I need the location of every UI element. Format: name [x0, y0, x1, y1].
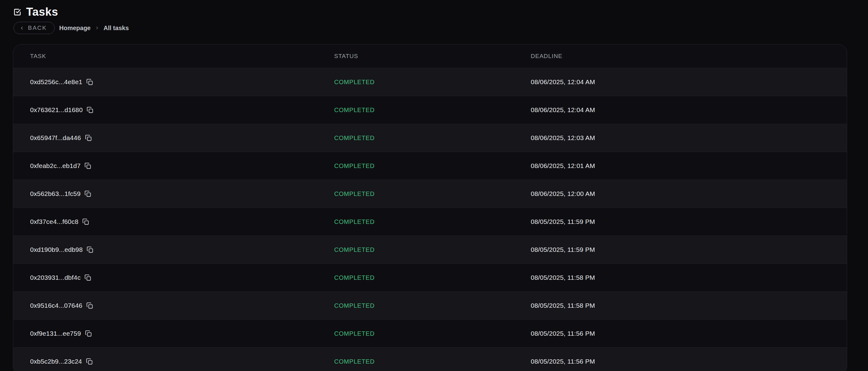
task-cell: 0xfeab2c...eb1d7 [30, 162, 334, 169]
status-label: COMPLETED [334, 79, 375, 85]
deadline-label: 08/05/2025, 11:58 PM [531, 274, 595, 281]
table-row[interactable]: 0xd5256c...4e8e1 COMPLETED 08/06/2025, 1… [13, 68, 847, 96]
deadline-label: 08/06/2025, 12:04 AM [531, 106, 595, 113]
deadline-label: 08/05/2025, 11:59 PM [531, 246, 595, 253]
deadline-cell: 08/05/2025, 11:56 PM [531, 358, 847, 365]
task-id: 0xfeab2c...eb1d7 [30, 162, 81, 169]
deadline-label: 08/06/2025, 12:03 AM [531, 134, 595, 141]
copy-icon[interactable] [82, 218, 89, 225]
task-id: 0x763621...d1680 [30, 106, 83, 114]
task-id: 0x203931...dbf4c [30, 274, 81, 281]
status-cell: COMPLETED [334, 274, 531, 281]
nav-row: BACK Homepage All tasks [13, 22, 129, 34]
task-id: 0x9516c4...07646 [30, 302, 82, 309]
task-cell: 0x562b63...1fc59 [30, 190, 334, 197]
status-label: COMPLETED [334, 274, 375, 281]
status-label: COMPLETED [334, 218, 375, 225]
task-id: 0xf9e131...ee759 [30, 330, 81, 337]
deadline-cell: 08/06/2025, 12:04 AM [531, 106, 847, 114]
deadline-label: 08/06/2025, 12:01 AM [531, 162, 595, 169]
back-button[interactable]: BACK [13, 22, 55, 34]
page-header: Tasks [13, 5, 58, 19]
deadline-label: 08/05/2025, 11:58 PM [531, 302, 595, 309]
breadcrumb: Homepage All tasks [59, 25, 129, 32]
task-cell: 0x763621...d1680 [30, 106, 334, 114]
copy-icon[interactable] [86, 302, 93, 309]
column-header-deadline: DEADLINE [531, 53, 847, 60]
status-cell: COMPLETED [334, 106, 531, 114]
status-cell: COMPLETED [334, 190, 531, 197]
status-cell: COMPLETED [334, 134, 531, 142]
deadline-cell: 08/06/2025, 12:04 AM [531, 78, 847, 86]
task-id: 0xf37ce4...f60c8 [30, 218, 78, 225]
copy-icon[interactable] [85, 274, 91, 281]
status-cell: COMPLETED [334, 246, 531, 253]
table-row[interactable]: 0x65947f...da446 COMPLETED 08/06/2025, 1… [13, 124, 847, 152]
copy-icon[interactable] [85, 162, 91, 169]
copy-icon[interactable] [86, 79, 93, 85]
copy-icon[interactable] [86, 358, 93, 365]
copy-icon[interactable] [85, 134, 92, 141]
page-title: Tasks [26, 5, 58, 19]
status-cell: COMPLETED [334, 218, 531, 225]
status-label: COMPLETED [334, 302, 375, 309]
breadcrumb-all-tasks[interactable]: All tasks [103, 25, 129, 32]
table-row[interactable]: 0xf37ce4...f60c8 COMPLETED 08/05/2025, 1… [13, 208, 847, 236]
task-id: 0xd5256c...4e8e1 [30, 78, 82, 86]
table-row[interactable]: 0xd190b9...edb98 COMPLETED 08/05/2025, 1… [13, 236, 847, 264]
task-cell: 0xd190b9...edb98 [30, 246, 334, 253]
deadline-cell: 08/05/2025, 11:58 PM [531, 274, 847, 281]
table-row[interactable]: 0x203931...dbf4c COMPLETED 08/05/2025, 1… [13, 264, 847, 291]
deadline-cell: 08/05/2025, 11:56 PM [531, 330, 847, 337]
table-row[interactable]: 0x9516c4...07646 COMPLETED 08/05/2025, 1… [13, 291, 847, 319]
table-body: 0xd5256c...4e8e1 COMPLETED 08/06/2025, 1… [13, 68, 847, 371]
task-id: 0xb5c2b9...23c24 [30, 358, 82, 365]
column-header-status: STATUS [334, 53, 531, 60]
status-label: COMPLETED [334, 190, 375, 197]
task-id: 0x562b63...1fc59 [30, 190, 81, 197]
status-label: COMPLETED [334, 358, 375, 365]
deadline-label: 08/05/2025, 11:56 PM [531, 358, 595, 365]
column-header-task: TASK [30, 53, 334, 60]
copy-icon[interactable] [87, 246, 93, 253]
breadcrumb-homepage[interactable]: Homepage [59, 25, 91, 32]
deadline-cell: 08/05/2025, 11:59 PM [531, 218, 847, 225]
square-check-icon [13, 8, 21, 16]
status-label: COMPLETED [334, 162, 375, 169]
status-cell: COMPLETED [334, 358, 531, 365]
deadline-cell: 08/05/2025, 11:59 PM [531, 246, 847, 253]
task-cell: 0xf9e131...ee759 [30, 330, 334, 337]
chevron-right-icon [95, 26, 99, 30]
table-row[interactable]: 0x562b63...1fc59 COMPLETED 08/06/2025, 1… [13, 180, 847, 208]
copy-icon[interactable] [85, 330, 92, 337]
table-row[interactable]: 0xb5c2b9...23c24 COMPLETED 08/05/2025, 1… [13, 347, 847, 371]
back-button-label: BACK [28, 25, 47, 31]
status-label: COMPLETED [334, 106, 375, 113]
deadline-cell: 08/06/2025, 12:03 AM [531, 134, 847, 142]
status-label: COMPLETED [334, 134, 375, 141]
chevron-left-icon [20, 26, 24, 30]
task-cell: 0xb5c2b9...23c24 [30, 358, 334, 365]
task-cell: 0xd5256c...4e8e1 [30, 78, 334, 86]
status-cell: COMPLETED [334, 79, 531, 86]
table-row[interactable]: 0xf9e131...ee759 COMPLETED 08/05/2025, 1… [13, 319, 847, 347]
task-id: 0x65947f...da446 [30, 134, 81, 142]
tasks-page: Tasks BACK Homepage All tasks TASK STATU… [0, 0, 868, 371]
deadline-cell: 08/05/2025, 11:58 PM [531, 302, 847, 309]
table-row[interactable]: 0x763621...d1680 COMPLETED 08/06/2025, 1… [13, 96, 847, 124]
tasks-table: TASK STATUS DEADLINE 0xd5256c...4e8e1 CO… [13, 44, 847, 371]
status-cell: COMPLETED [334, 162, 531, 169]
copy-icon[interactable] [87, 106, 93, 113]
table-header-row: TASK STATUS DEADLINE [13, 44, 847, 68]
status-cell: COMPLETED [334, 302, 531, 309]
task-cell: 0xf37ce4...f60c8 [30, 218, 334, 225]
copy-icon[interactable] [85, 190, 91, 197]
table-row[interactable]: 0xfeab2c...eb1d7 COMPLETED 08/06/2025, 1… [13, 152, 847, 180]
status-label: COMPLETED [334, 330, 375, 337]
deadline-label: 08/06/2025, 12:00 AM [531, 190, 595, 197]
deadline-label: 08/05/2025, 11:59 PM [531, 218, 595, 225]
status-cell: COMPLETED [334, 330, 531, 337]
task-cell: 0x203931...dbf4c [30, 274, 334, 281]
deadline-cell: 08/06/2025, 12:00 AM [531, 190, 847, 197]
task-id: 0xd190b9...edb98 [30, 246, 83, 253]
